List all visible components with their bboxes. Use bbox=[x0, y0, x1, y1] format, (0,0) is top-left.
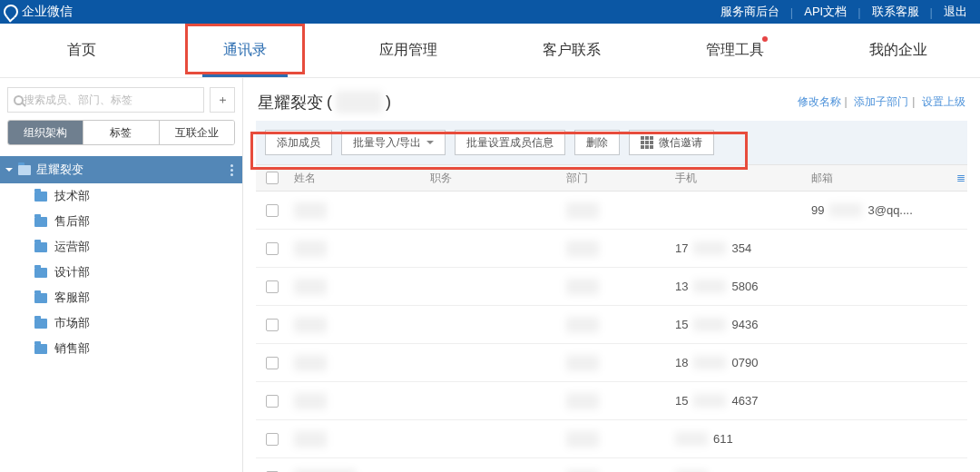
dept-tree: 星耀裂变 技术部售后部运营部设计部客服部市场部销售部 bbox=[0, 152, 242, 472]
wechat-invite-button[interactable]: 微信邀请 bbox=[629, 130, 714, 155]
folder-icon bbox=[34, 217, 47, 227]
search-row: ＋ bbox=[0, 78, 242, 120]
tree-root-label: 星耀裂变 bbox=[36, 162, 83, 178]
nav-item-5[interactable]: 我的企业 bbox=[817, 24, 980, 77]
member-table: 姓名 职务 部门 手机 邮箱 ≣ 李██技██99██3@qq....李██技█… bbox=[256, 164, 967, 472]
action-set-superior[interactable]: 设置上级 bbox=[922, 95, 965, 108]
sidebar: ＋ 组织架构 标签 互联企业 星耀裂变 技术部售后部运营部设计部客服部市场部销售… bbox=[0, 78, 243, 472]
dept-label: 运营部 bbox=[54, 239, 90, 255]
folder-icon bbox=[34, 192, 47, 202]
toolbar: 添加成员 批量导入/导出 批量设置成员信息 删除 微信邀请 bbox=[256, 121, 967, 164]
dept-item[interactable]: 客服部 bbox=[0, 285, 242, 310]
folder-icon bbox=[34, 319, 47, 329]
qr-icon bbox=[641, 136, 653, 149]
brand-label: 企业微信 bbox=[22, 4, 73, 20]
nav-item-0[interactable]: 首页 bbox=[0, 24, 163, 77]
delete-button[interactable]: 删除 bbox=[574, 130, 620, 155]
add-member-button[interactable]: 添加成员 bbox=[265, 130, 332, 155]
search-box[interactable] bbox=[7, 87, 204, 113]
col-phone: 手机 bbox=[670, 171, 806, 186]
page-title-hidden: ████ bbox=[336, 91, 382, 113]
select-all-checkbox[interactable] bbox=[266, 172, 279, 184]
link-api-docs[interactable]: API文档 bbox=[799, 4, 852, 20]
table-row[interactable]: 李██技██17██354 bbox=[256, 230, 967, 268]
search-icon bbox=[14, 95, 24, 105]
topbar-links: 服务商后台| API文档| 联系客服| 退出 bbox=[715, 4, 973, 20]
table-row[interactable]: 刑██客████611 bbox=[256, 420, 967, 458]
table-row[interactable]: 周██技██13██5806 bbox=[256, 268, 967, 306]
nav-item-2[interactable]: 应用管理 bbox=[327, 24, 490, 77]
dept-label: 销售部 bbox=[54, 340, 90, 357]
table-header: 姓名 职务 部门 手机 邮箱 ≣ bbox=[256, 164, 967, 192]
add-button[interactable]: ＋ bbox=[210, 87, 235, 113]
folder-icon bbox=[34, 344, 47, 354]
chevron-down-icon bbox=[426, 141, 434, 148]
action-add-subdept[interactable]: 添加子部门 bbox=[854, 95, 908, 108]
expand-icon bbox=[5, 168, 13, 175]
batch-set-info-button[interactable]: 批量设置成员信息 bbox=[455, 130, 565, 155]
dept-item[interactable]: 设计部 bbox=[0, 260, 242, 285]
dept-label: 设计部 bbox=[54, 264, 90, 280]
main-header: 星耀裂变 ( ████ ) 修改名称| 添加子部门| 设置上级 bbox=[243, 78, 980, 121]
tab-interconnect[interactable]: 互联企业 bbox=[159, 121, 234, 144]
table-row[interactable]: 吴██售██15██9436 bbox=[256, 306, 967, 344]
col-name: 姓名 bbox=[289, 171, 425, 186]
dept-item[interactable]: 销售部 bbox=[0, 336, 242, 361]
link-contact-support[interactable]: 联系客服 bbox=[867, 4, 925, 20]
folder-icon bbox=[34, 242, 47, 252]
page-title-paren: ( bbox=[327, 93, 332, 112]
link-service-backstage[interactable]: 服务商后台 bbox=[715, 4, 785, 20]
folder-icon bbox=[18, 165, 31, 175]
tab-org-structure[interactable]: 组织架构 bbox=[8, 121, 83, 144]
main-panel: 星耀裂变 ( ████ ) 修改名称| 添加子部门| 设置上级 添加成员 批量导… bbox=[243, 78, 980, 472]
column-settings-icon[interactable]: ≣ bbox=[951, 172, 967, 184]
search-input[interactable] bbox=[24, 93, 198, 106]
tree-root[interactable]: 星耀裂变 bbox=[0, 156, 242, 183]
head-actions: 修改名称| 添加子部门| 设置上级 bbox=[798, 94, 966, 110]
logo-icon bbox=[4, 5, 18, 19]
batch-import-export-button[interactable]: 批量导入/导出 bbox=[341, 130, 446, 155]
row-checkbox[interactable] bbox=[266, 433, 279, 446]
table-row[interactable]: 张██运██18██0790 bbox=[256, 344, 967, 382]
nav-item-1[interactable]: 通讯录 bbox=[163, 24, 327, 77]
tab-tags[interactable]: 标签 bbox=[83, 121, 158, 144]
row-checkbox[interactable] bbox=[266, 395, 279, 408]
dept-label: 技术部 bbox=[54, 188, 90, 204]
row-checkbox[interactable] bbox=[266, 357, 279, 369]
table-row[interactable]: ██████课████91 bbox=[256, 458, 967, 472]
col-dept: 部门 bbox=[561, 171, 670, 186]
dept-label: 客服部 bbox=[54, 290, 90, 306]
brand: 企业微信 bbox=[4, 4, 73, 20]
dept-item[interactable]: 技术部 bbox=[0, 183, 242, 209]
row-checkbox[interactable] bbox=[266, 204, 279, 217]
row-checkbox[interactable] bbox=[266, 242, 279, 255]
dept-label: 售后部 bbox=[54, 213, 90, 230]
page-title: 星耀裂变 bbox=[258, 92, 323, 113]
row-checkbox[interactable] bbox=[266, 319, 279, 331]
table-row[interactable]: 李██技██99██3@qq.... bbox=[256, 192, 967, 230]
dept-item[interactable]: 售后部 bbox=[0, 209, 242, 234]
dept-item[interactable]: 市场部 bbox=[0, 310, 242, 336]
col-email: 邮箱 bbox=[806, 171, 951, 186]
link-logout[interactable]: 退出 bbox=[938, 4, 973, 20]
table-row[interactable]: 芒██设██15██4637 bbox=[256, 382, 967, 420]
main-nav: 首页通讯录应用管理客户联系管理工具我的企业 bbox=[0, 24, 980, 78]
nav-item-3[interactable]: 客户联系 bbox=[490, 24, 653, 77]
folder-icon bbox=[34, 293, 47, 303]
action-rename[interactable]: 修改名称 bbox=[798, 95, 841, 108]
topbar: 企业微信 服务商后台| API文档| 联系客服| 退出 bbox=[0, 0, 980, 24]
col-job: 职务 bbox=[425, 171, 561, 186]
tree-root-menu-icon[interactable] bbox=[229, 162, 235, 178]
folder-icon bbox=[34, 268, 47, 278]
dept-item[interactable]: 运营部 bbox=[0, 234, 242, 260]
dept-label: 市场部 bbox=[54, 315, 90, 331]
row-checkbox[interactable] bbox=[266, 280, 279, 293]
nav-item-4[interactable]: 管理工具 bbox=[653, 24, 817, 77]
sidebar-tabs: 组织架构 标签 互联企业 bbox=[7, 120, 235, 145]
